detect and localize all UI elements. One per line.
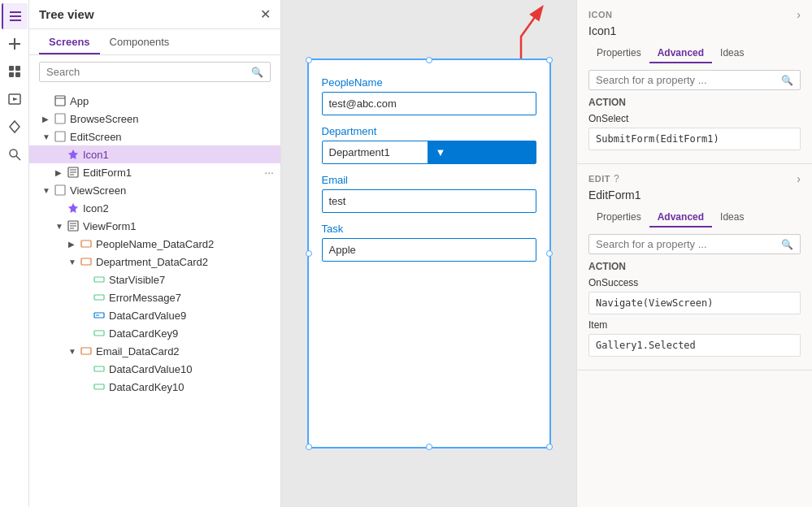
media-button[interactable] (2, 86, 28, 112)
handle-bl[interactable] (306, 444, 312, 450)
tree-item-department-datacard[interactable]: ▼ Department_DataCard2 (29, 253, 280, 271)
handle-tr[interactable] (546, 57, 553, 63)
icon-property-search-input[interactable] (596, 74, 781, 86)
edit-form-canvas: PeopleName test@abc.com Department Depar… (307, 58, 551, 448)
tree-item-edit-screen[interactable]: ▼ EditScreen (29, 128, 280, 145)
tree-view: App ▶ BrowseScreen ▼ EditScreen (29, 89, 280, 507)
handle-br[interactable] (546, 444, 553, 450)
tree-item-editform1[interactable]: ▶ EditForm1 ··· (29, 163, 280, 181)
edit-tab-ideas[interactable]: Ideas (712, 208, 752, 228)
edit-property-search-input[interactable] (596, 238, 781, 250)
tree-item-edit-screen-label: EditScreen (70, 131, 274, 143)
icon-ctrl-icon (67, 202, 80, 214)
label-ctrl-icon (93, 380, 106, 393)
tree-item-view-screen[interactable]: ▼ ViewScreen (29, 181, 280, 199)
edit-action-label: ACTION (588, 261, 801, 272)
tree-item-datacardvalue10[interactable]: DataCardValue10 (29, 360, 280, 378)
tree-item-icon2[interactable]: Icon2 (29, 199, 280, 217)
icon-ctrl-icon (67, 148, 80, 161)
tree-item-viewform1-label: ViewForm1 (83, 220, 274, 232)
tree-item-email-datacard[interactable]: ▼ Email_DataCard2 (29, 342, 280, 360)
data-button[interactable] (2, 58, 28, 84)
edit-item-value[interactable]: Gallery1.Selected (588, 334, 801, 357)
edit-onsuccess-value[interactable]: Navigate(ViewScreen) (588, 292, 801, 314)
sidebar-title: Tree view (39, 7, 94, 21)
tree-item-icon1-label: Icon1 (83, 149, 274, 161)
icon-property-search-icon: 🔍 (781, 75, 793, 86)
chevron-down-icon: ▼ (68, 258, 80, 266)
svg-point-11 (10, 150, 17, 157)
tree-search-input[interactable] (46, 66, 251, 78)
task-input[interactable]: Apple (322, 238, 536, 262)
svg-rect-35 (81, 348, 91, 354)
svg-rect-31 (94, 295, 104, 300)
handle-ml[interactable] (306, 250, 312, 257)
svg-rect-16 (55, 132, 65, 141)
chevron-down-icon: ▼ (55, 222, 67, 231)
peoplename-field: PeopleName test@abc.com (322, 76, 536, 115)
svg-rect-0 (10, 11, 21, 13)
svg-rect-29 (81, 258, 91, 265)
email-input[interactable]: test (322, 189, 536, 213)
handle-mr[interactable] (546, 250, 553, 257)
dropdown-arrow-icon[interactable]: ▼ (428, 141, 536, 163)
icon-item-name: Icon1 (588, 24, 801, 37)
tree-item-app[interactable]: App (29, 92, 280, 110)
svg-marker-10 (13, 98, 18, 101)
icon-property-search[interactable]: 🔍 (588, 70, 801, 90)
tree-item-starvisible7-label: StarVisible7 (109, 274, 274, 286)
peoplename-input[interactable]: test@abc.com (322, 92, 536, 115)
chevron-icon: ▶ (55, 168, 67, 177)
icon-section-chevron[interactable]: › (797, 8, 801, 21)
handle-bc[interactable] (426, 444, 432, 450)
label-ctrl-icon (93, 273, 106, 286)
tree-item-peoplename-datacard[interactable]: ▶ PeopleName_DataCard2 (29, 235, 280, 253)
tree-item-datacardkey9[interactable]: DataCardKey9 (29, 324, 280, 342)
edit-tabs: Properties Advanced Ideas (588, 208, 801, 228)
tree-item-datacardkey10[interactable]: DataCardKey10 (29, 378, 280, 396)
icon-tab-advanced[interactable]: Advanced (649, 44, 712, 63)
edit-section-chevron[interactable]: › (797, 172, 801, 185)
more-options-button[interactable]: ··· (264, 166, 274, 179)
close-sidebar-button[interactable]: ✕ (260, 6, 271, 22)
edit-item-name: EditForm1 (588, 188, 801, 202)
edit-property-search[interactable]: 🔍 (588, 234, 801, 254)
tab-components[interactable]: Components (100, 29, 180, 54)
tree-search-box[interactable]: 🔍 (39, 62, 271, 82)
peoplename-label: PeopleName (322, 76, 536, 89)
edit-tab-advanced[interactable]: Advanced (649, 208, 712, 228)
icon-tab-properties[interactable]: Properties (588, 44, 649, 63)
power-automate-button[interactable] (2, 114, 28, 140)
tab-screens[interactable]: Screens (39, 29, 100, 54)
email-label: Email (322, 174, 536, 186)
edit-tab-properties[interactable]: Properties (588, 208, 649, 228)
tree-search-icon: 🔍 (251, 67, 263, 78)
edit-onsuccess-label: OnSuccess (588, 277, 801, 288)
icon-tab-ideas[interactable]: Ideas (712, 44, 752, 63)
tree-view-button[interactable] (2, 3, 28, 29)
tree-item-browse-screen[interactable]: ▶ BrowseScreen (29, 110, 280, 128)
screen-icon (54, 130, 67, 143)
left-toolbar (0, 0, 29, 507)
help-icon[interactable]: ? (614, 173, 619, 184)
svg-rect-2 (10, 20, 21, 21)
tree-item-starvisible7[interactable]: StarVisible7 (29, 271, 280, 288)
handle-tc[interactable] (426, 57, 432, 63)
department-select[interactable]: Department1 ▼ (322, 141, 536, 164)
tree-item-datacardvalue9[interactable]: DataCardValue9 (29, 306, 280, 324)
chevron-down-icon: ▼ (42, 132, 54, 141)
tree-item-icon2-label: Icon2 (83, 202, 274, 214)
icon-onselect-value[interactable]: SubmitForm(EditForm1) (588, 128, 801, 150)
tree-item-errormessage7[interactable]: ErrorMessage7 (29, 288, 280, 306)
search-sidebar-button[interactable] (2, 141, 28, 167)
svg-rect-22 (55, 185, 65, 195)
datacard-icon (80, 344, 93, 358)
insert-button[interactable] (2, 31, 28, 57)
tree-item-icon1[interactable]: Icon1 (29, 145, 280, 163)
tree-item-editform1-label: EditForm1 (83, 167, 264, 179)
tree-item-viewform1[interactable]: ▼ ViewForm1 (29, 217, 280, 235)
handle-tl[interactable] (306, 57, 312, 63)
tree-item-app-label: App (70, 95, 274, 107)
sidebar-tabs: Screens Components (29, 29, 280, 55)
svg-rect-5 (9, 66, 14, 71)
